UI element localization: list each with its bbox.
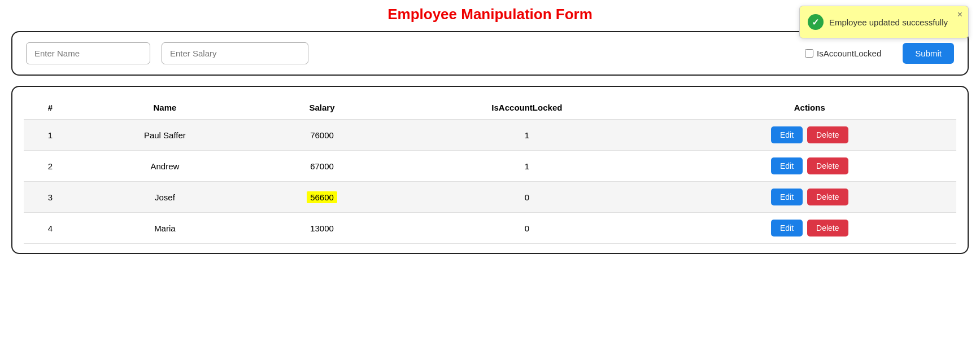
cell-salary: 67000 — [253, 151, 391, 182]
cell-account-locked: 0 — [391, 182, 663, 213]
edit-button[interactable]: Edit — [771, 220, 803, 236]
cell-salary: 56600 — [253, 182, 391, 213]
name-input[interactable] — [26, 42, 150, 64]
col-header-salary: Salary — [253, 96, 391, 120]
cell-id: 2 — [24, 151, 77, 182]
col-header-id: # — [24, 96, 77, 120]
highlighted-salary: 56600 — [307, 191, 337, 203]
edit-button[interactable]: Edit — [771, 157, 803, 174]
table-row: 3Josef566000EditDelete — [24, 182, 956, 213]
delete-button[interactable]: Delete — [807, 157, 848, 174]
col-header-actions: Actions — [663, 96, 956, 120]
toast-close-button[interactable]: × — [957, 10, 962, 20]
cell-id: 4 — [24, 213, 77, 244]
cell-actions: EditDelete — [663, 120, 956, 151]
cell-account-locked: 0 — [391, 213, 663, 244]
toast-icon: ✓ — [808, 14, 824, 30]
delete-button[interactable]: Delete — [807, 189, 848, 205]
delete-button[interactable]: Delete — [807, 220, 848, 236]
submit-button[interactable]: Submit — [903, 43, 954, 64]
account-locked-text: IsAccountLocked — [817, 49, 881, 58]
employee-table-container: # Name Salary IsAccountLocked Actions 1P… — [11, 86, 969, 254]
salary-input[interactable] — [162, 42, 308, 64]
table-header-row: # Name Salary IsAccountLocked Actions — [24, 96, 956, 120]
account-locked-label: IsAccountLocked — [805, 49, 881, 58]
cell-name: Maria — [77, 213, 253, 244]
cell-account-locked: 1 — [391, 120, 663, 151]
edit-button[interactable]: Edit — [771, 189, 803, 205]
cell-actions: EditDelete — [663, 151, 956, 182]
cell-id: 3 — [24, 182, 77, 213]
table-row: 2Andrew670001EditDelete — [24, 151, 956, 182]
action-buttons: EditDelete — [668, 189, 951, 205]
col-header-name: Name — [77, 96, 253, 120]
cell-salary: 13000 — [253, 213, 391, 244]
action-buttons: EditDelete — [668, 220, 951, 236]
employee-table: # Name Salary IsAccountLocked Actions 1P… — [24, 96, 956, 244]
edit-button[interactable]: Edit — [771, 126, 803, 143]
action-buttons: EditDelete — [668, 126, 951, 143]
cell-id: 1 — [24, 120, 77, 151]
delete-button[interactable]: Delete — [807, 126, 848, 143]
cell-salary: 76000 — [253, 120, 391, 151]
cell-account-locked: 1 — [391, 151, 663, 182]
col-header-account-locked: IsAccountLocked — [391, 96, 663, 120]
cell-name: Paul Saffer — [77, 120, 253, 151]
table-row: 1Paul Saffer760001EditDelete — [24, 120, 956, 151]
toast-message: Employee updated successfully — [829, 17, 948, 27]
action-buttons: EditDelete — [668, 157, 951, 174]
account-locked-checkbox[interactable] — [805, 49, 813, 58]
success-toast: ✓ Employee updated successfully × — [799, 6, 969, 38]
table-row: 4Maria130000EditDelete — [24, 213, 956, 244]
cell-name: Andrew — [77, 151, 253, 182]
cell-actions: EditDelete — [663, 182, 956, 213]
cell-name: Josef — [77, 182, 253, 213]
cell-actions: EditDelete — [663, 213, 956, 244]
